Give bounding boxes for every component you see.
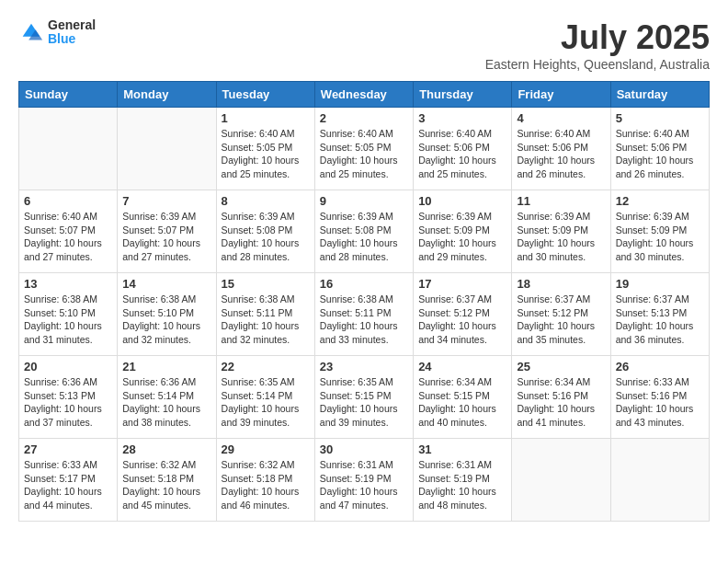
day-info: Sunrise: 6:33 AM Sunset: 5:16 PM Dayligh… bbox=[616, 375, 704, 430]
day-number: 10 bbox=[418, 194, 506, 208]
day-number: 29 bbox=[222, 442, 310, 456]
day-info: Sunrise: 6:35 AM Sunset: 5:15 PM Dayligh… bbox=[320, 375, 408, 430]
day-number: 23 bbox=[320, 360, 408, 373]
logo-text: General Blue bbox=[48, 18, 96, 47]
calendar-cell: 18Sunrise: 6:37 AM Sunset: 5:12 PM Dayli… bbox=[512, 273, 610, 356]
header-sunday: Sunday bbox=[19, 82, 118, 108]
day-info: Sunrise: 6:38 AM Sunset: 5:11 PM Dayligh… bbox=[320, 293, 408, 347]
calendar-cell: 31Sunrise: 6:31 AM Sunset: 5:19 PM Dayli… bbox=[414, 439, 512, 522]
day-number: 15 bbox=[222, 277, 310, 291]
day-info: Sunrise: 6:39 AM Sunset: 5:09 PM Dayligh… bbox=[418, 210, 506, 264]
day-info: Sunrise: 6:39 AM Sunset: 5:08 PM Dayligh… bbox=[320, 210, 408, 264]
header-thursday: Thursday bbox=[414, 82, 512, 108]
week-row-2: 6Sunrise: 6:40 AM Sunset: 5:07 PM Daylig… bbox=[19, 190, 710, 273]
calendar-cell: 29Sunrise: 6:32 AM Sunset: 5:18 PM Dayli… bbox=[216, 439, 314, 522]
calendar-cell: 16Sunrise: 6:38 AM Sunset: 5:11 PM Dayli… bbox=[314, 273, 413, 356]
header-monday: Monday bbox=[118, 82, 216, 108]
header-friday: Friday bbox=[512, 82, 610, 108]
day-info: Sunrise: 6:33 AM Sunset: 5:17 PM Dayligh… bbox=[24, 458, 112, 512]
day-number: 4 bbox=[517, 111, 605, 125]
day-info: Sunrise: 6:40 AM Sunset: 5:05 PM Dayligh… bbox=[222, 127, 310, 181]
day-number: 1 bbox=[222, 111, 310, 125]
calendar-cell: 24Sunrise: 6:34 AM Sunset: 5:15 PM Dayli… bbox=[414, 356, 512, 439]
day-info: Sunrise: 6:39 AM Sunset: 5:09 PM Dayligh… bbox=[517, 210, 605, 264]
day-number: 19 bbox=[616, 277, 704, 291]
calendar-cell bbox=[512, 439, 610, 522]
calendar-cell: 10Sunrise: 6:39 AM Sunset: 5:09 PM Dayli… bbox=[414, 190, 512, 273]
day-info: Sunrise: 6:40 AM Sunset: 5:06 PM Dayligh… bbox=[418, 127, 506, 181]
logo-general: General bbox=[48, 18, 96, 32]
calendar-cell: 27Sunrise: 6:33 AM Sunset: 5:17 PM Dayli… bbox=[19, 439, 118, 522]
day-number: 5 bbox=[616, 111, 704, 125]
day-info: Sunrise: 6:37 AM Sunset: 5:12 PM Dayligh… bbox=[517, 293, 605, 347]
header-wednesday: Wednesday bbox=[314, 82, 413, 108]
day-info: Sunrise: 6:40 AM Sunset: 5:06 PM Dayligh… bbox=[517, 127, 605, 181]
day-info: Sunrise: 6:40 AM Sunset: 5:07 PM Dayligh… bbox=[24, 210, 112, 264]
day-info: Sunrise: 6:32 AM Sunset: 5:18 PM Dayligh… bbox=[222, 458, 310, 512]
calendar-cell: 15Sunrise: 6:38 AM Sunset: 5:11 PM Dayli… bbox=[216, 273, 314, 356]
header: General Blue July 2025 Eastern Heights, … bbox=[18, 18, 710, 72]
calendar: SundayMondayTuesdayWednesdayThursdayFrid… bbox=[18, 81, 710, 522]
day-info: Sunrise: 6:38 AM Sunset: 5:10 PM Dayligh… bbox=[24, 293, 112, 347]
day-info: Sunrise: 6:39 AM Sunset: 5:09 PM Dayligh… bbox=[616, 210, 704, 264]
day-number: 25 bbox=[517, 360, 605, 373]
calendar-cell bbox=[118, 108, 216, 190]
calendar-cell: 12Sunrise: 6:39 AM Sunset: 5:09 PM Dayli… bbox=[610, 190, 709, 273]
day-info: Sunrise: 6:31 AM Sunset: 5:19 PM Dayligh… bbox=[320, 458, 408, 512]
logo-icon bbox=[18, 19, 44, 45]
calendar-cell: 26Sunrise: 6:33 AM Sunset: 5:16 PM Dayli… bbox=[610, 356, 709, 439]
calendar-cell: 11Sunrise: 6:39 AM Sunset: 5:09 PM Dayli… bbox=[512, 190, 610, 273]
title-area: July 2025 Eastern Heights, Queensland, A… bbox=[485, 18, 710, 72]
day-number: 9 bbox=[320, 194, 408, 208]
day-info: Sunrise: 6:34 AM Sunset: 5:16 PM Dayligh… bbox=[517, 375, 605, 430]
calendar-cell: 28Sunrise: 6:32 AM Sunset: 5:18 PM Dayli… bbox=[118, 439, 216, 522]
header-tuesday: Tuesday bbox=[216, 82, 314, 108]
day-info: Sunrise: 6:38 AM Sunset: 5:10 PM Dayligh… bbox=[122, 293, 210, 347]
calendar-cell: 2Sunrise: 6:40 AM Sunset: 5:05 PM Daylig… bbox=[314, 108, 413, 190]
title-month: July 2025 bbox=[485, 18, 710, 57]
calendar-cell: 23Sunrise: 6:35 AM Sunset: 5:15 PM Dayli… bbox=[314, 356, 413, 439]
day-number: 22 bbox=[222, 360, 310, 373]
day-number: 17 bbox=[418, 277, 506, 291]
title-location: Eastern Heights, Queensland, Australia bbox=[485, 57, 710, 72]
logo: General Blue bbox=[18, 18, 96, 47]
day-number: 6 bbox=[24, 194, 112, 208]
week-row-5: 27Sunrise: 6:33 AM Sunset: 5:17 PM Dayli… bbox=[19, 439, 710, 522]
calendar-cell: 6Sunrise: 6:40 AM Sunset: 5:07 PM Daylig… bbox=[19, 190, 118, 273]
calendar-cell: 7Sunrise: 6:39 AM Sunset: 5:07 PM Daylig… bbox=[118, 190, 216, 273]
calendar-cell: 3Sunrise: 6:40 AM Sunset: 5:06 PM Daylig… bbox=[414, 108, 512, 190]
logo-blue: Blue bbox=[48, 32, 96, 46]
day-number: 20 bbox=[24, 360, 112, 373]
day-number: 24 bbox=[418, 360, 506, 373]
day-info: Sunrise: 6:31 AM Sunset: 5:19 PM Dayligh… bbox=[418, 458, 506, 512]
calendar-cell: 21Sunrise: 6:36 AM Sunset: 5:14 PM Dayli… bbox=[118, 356, 216, 439]
day-number: 11 bbox=[517, 194, 605, 208]
calendar-cell: 17Sunrise: 6:37 AM Sunset: 5:12 PM Dayli… bbox=[414, 273, 512, 356]
calendar-cell: 8Sunrise: 6:39 AM Sunset: 5:08 PM Daylig… bbox=[216, 190, 314, 273]
day-number: 16 bbox=[320, 277, 408, 291]
calendar-header-row: SundayMondayTuesdayWednesdayThursdayFrid… bbox=[19, 82, 710, 108]
day-info: Sunrise: 6:37 AM Sunset: 5:12 PM Dayligh… bbox=[418, 293, 506, 347]
day-number: 27 bbox=[24, 442, 112, 456]
day-number: 31 bbox=[418, 442, 506, 456]
day-info: Sunrise: 6:40 AM Sunset: 5:06 PM Dayligh… bbox=[616, 127, 704, 181]
week-row-4: 20Sunrise: 6:36 AM Sunset: 5:13 PM Dayli… bbox=[19, 356, 710, 439]
day-info: Sunrise: 6:32 AM Sunset: 5:18 PM Dayligh… bbox=[122, 458, 210, 512]
calendar-cell: 4Sunrise: 6:40 AM Sunset: 5:06 PM Daylig… bbox=[512, 108, 610, 190]
day-number: 14 bbox=[122, 277, 210, 291]
day-number: 12 bbox=[616, 194, 704, 208]
day-number: 18 bbox=[517, 277, 605, 291]
day-number: 7 bbox=[122, 194, 210, 208]
header-saturday: Saturday bbox=[610, 82, 709, 108]
calendar-cell: 22Sunrise: 6:35 AM Sunset: 5:14 PM Dayli… bbox=[216, 356, 314, 439]
day-info: Sunrise: 6:38 AM Sunset: 5:11 PM Dayligh… bbox=[222, 293, 310, 347]
day-info: Sunrise: 6:37 AM Sunset: 5:13 PM Dayligh… bbox=[616, 293, 704, 347]
calendar-cell: 13Sunrise: 6:38 AM Sunset: 5:10 PM Dayli… bbox=[19, 273, 118, 356]
day-number: 3 bbox=[418, 111, 506, 125]
day-info: Sunrise: 6:39 AM Sunset: 5:08 PM Dayligh… bbox=[222, 210, 310, 264]
calendar-cell: 5Sunrise: 6:40 AM Sunset: 5:06 PM Daylig… bbox=[610, 108, 709, 190]
day-number: 8 bbox=[222, 194, 310, 208]
day-info: Sunrise: 6:34 AM Sunset: 5:15 PM Dayligh… bbox=[418, 375, 506, 430]
day-number: 13 bbox=[24, 277, 112, 291]
day-info: Sunrise: 6:36 AM Sunset: 5:13 PM Dayligh… bbox=[24, 375, 112, 430]
